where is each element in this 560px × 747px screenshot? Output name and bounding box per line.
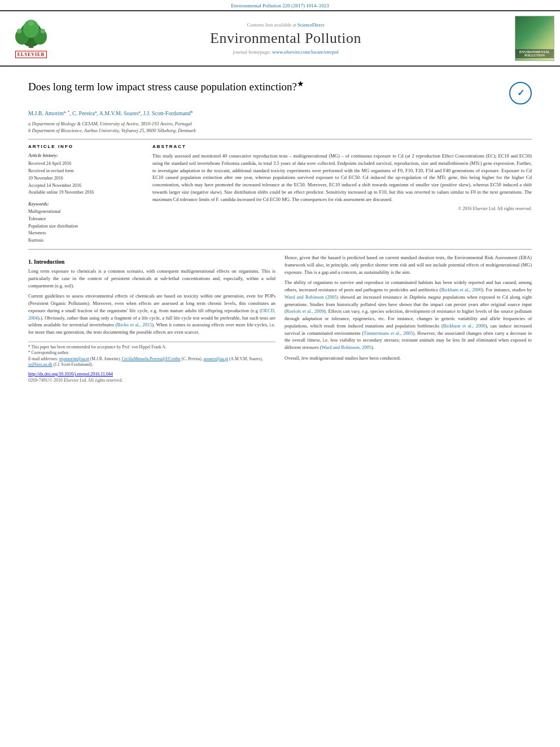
journal-cover: ENVIRONMENTAL POLLUTION [515,16,554,61]
history-received: Received 24 April 2016 [28,160,141,168]
volume-info: Environmental Pollution 220 (2017) 1014–… [231,3,329,8]
info-abstract-section: ARTICLE INFO Article history: Received 2… [28,144,532,244]
affiliations: a Department of Biology & CESAM, Univers… [28,121,532,134]
divider-body [28,249,532,250]
journal-title: Environmental Pollution [62,30,509,47]
body-col-right: Hence, given that the hazard is predicte… [285,254,532,383]
affil-a: a Department of Biology & CESAM, Univers… [28,121,532,128]
intro-para-1: Long term exposure to chemicals is a com… [28,268,275,289]
article-main: Does long term low impact stress cause p… [0,67,560,388]
intro-section-title: 1. Introduction [28,259,275,265]
journal-header-bar: Environmental Pollution 220 (2017) 1014–… [0,0,560,10]
abstract-header: ABSTRACT [152,144,532,149]
history-accepted: Accepted 14 November 2016 [28,182,141,190]
doi-line: http://dx.doi.org/10.1016/j.envpol.2016.… [28,372,275,377]
history-label: Article history: [28,152,141,158]
article-title: Does long term low impact stress cause p… [28,79,504,94]
journal-banner: ELSEVIER Contents lists available at Sci… [0,10,560,67]
intro-para-2: Current guidelines to assess environment… [28,292,275,336]
article-info-col: ARTICLE INFO Article history: Received 2… [28,144,141,244]
footnote-emails: E-mail addresses: mjamorim@ua.pt (M.J.B.… [28,356,275,368]
doi-link[interactable]: http://dx.doi.org/10.1016/j.envpol.2016.… [28,372,113,377]
keyword-1: Multigenerational [28,208,141,216]
journal-homepage-link[interactable]: www.elsevier.com/locate/envpol [272,49,338,55]
email-link-4[interactable]: js@bios.au.dk [28,362,53,367]
keyword-4: Skewness [28,230,141,237]
banner-center: Contents lists available at ScienceDirec… [62,22,509,55]
crossmark-icon: ✓ [509,82,532,104]
issn-line: 0269-7491/© 2016 Elsevier Ltd. All right… [28,378,275,383]
keywords-label: Keywords: [28,201,141,207]
divider-top [28,139,532,139]
article-title-section: Does long term low impact stress cause p… [28,79,532,104]
svg-point-7 [28,20,34,26]
footnote-star: * This paper has been recommended for ac… [28,344,275,351]
email-link[interactable]: mjamorim@ua.pt [59,356,89,361]
science-direct-notice: Contents lists available at ScienceDirec… [62,22,509,28]
star-mark: ★ [297,80,304,88]
abstract-col: ABSTRACT This study assessed and monitor… [152,144,532,244]
elsevier-label: ELSEVIER [15,51,47,58]
authors-line: M.J.B. Amorima, *, C. Pereiraa, A.M.V.M.… [28,109,532,117]
copyright-line: © 2016 Elsevier Ltd. All rights reserved… [152,206,532,211]
abstract-text: This study assessed and monitored 40 con… [152,152,532,203]
article-info-header: ARTICLE INFO [28,144,141,149]
keyword-3: Population size distribution [28,223,141,230]
cover-title-label: ENVIRONMENTAL POLLUTION [515,49,554,58]
email-link-2[interactable]: CeciliaManuela.Pereira@UCenthe [122,356,181,361]
history-received-revised-date: 10 November 2016 [28,175,141,182]
history-received-revised-label: Received in revised form [28,168,141,175]
right-para-2: The ability of organisms to survive and … [285,279,532,351]
svg-text:✓: ✓ [517,88,524,98]
science-direct-link[interactable]: ScienceDirect [298,22,325,28]
keyword-2: Tolerance [28,216,141,223]
right-para-3: Overall, few multigenerational studies h… [285,355,532,362]
journal-homepage: journal homepage: www.elsevier.com/locat… [62,49,509,55]
svg-point-5 [17,29,21,33]
body-col-left: 1. Introduction Long term exposure to ch… [28,254,275,383]
email-link-3[interactable]: asoares@ua.pt [203,356,228,361]
banner-logo: ELSEVIER [6,19,56,58]
body-section: 1. Introduction Long term exposure to ch… [28,254,532,383]
keyword-5: Kurtosis [28,237,141,244]
history-available: Available online 19 November 2016 [28,189,141,196]
elsevier-tree-icon [11,19,51,50]
footnote-corresponding: * Corresponding author. [28,350,275,356]
footnote-section: * This paper has been recommended for ac… [28,342,275,383]
right-para-1: Hence, given that the hazard is predicte… [285,254,532,276]
svg-point-6 [41,29,45,33]
affil-b: b Department of Bioscience, Aarhus Unive… [28,128,532,134]
